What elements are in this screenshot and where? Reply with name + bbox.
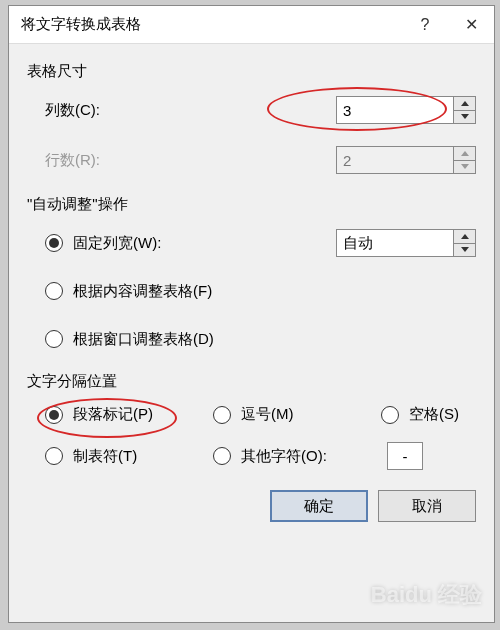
columns-spin-up[interactable] — [454, 97, 475, 111]
close-button[interactable]: ✕ — [448, 6, 494, 43]
watermark: Baidu 经验 — [371, 580, 482, 610]
fixed-width-spin-up[interactable] — [454, 230, 475, 244]
rows-spinner — [336, 146, 476, 174]
dialog-content: 表格尺寸 列数(C): 行数(R): "自动调整"操作 — [9, 44, 494, 480]
comma-label: 逗号(M) — [241, 405, 294, 424]
other-label: 其他字符(O): — [241, 447, 327, 466]
paragraph-radio[interactable] — [45, 406, 63, 424]
section-size-label: 表格尺寸 — [27, 62, 476, 81]
tab-item[interactable]: 制表符(T) — [45, 447, 205, 466]
autofit-content-label: 根据内容调整表格(F) — [73, 282, 212, 301]
fixed-width-spin-down[interactable] — [454, 244, 475, 257]
space-label: 空格(S) — [409, 405, 459, 424]
tab-label: 制表符(T) — [73, 447, 137, 466]
dialog-title: 将文字转换成表格 — [21, 15, 402, 34]
rows-spin-up — [454, 147, 475, 161]
fixed-width-input[interactable] — [336, 229, 454, 257]
rows-row: 行数(R): — [45, 145, 476, 175]
autofit-window-row[interactable]: 根据窗口调整表格(D) — [45, 324, 476, 354]
rows-input — [336, 146, 454, 174]
paragraph-label: 段落标记(P) — [73, 405, 153, 424]
columns-label: 列数(C): — [45, 101, 336, 120]
autofit-window-radio[interactable] — [45, 330, 63, 348]
fixed-width-radio[interactable] — [45, 234, 63, 252]
fixed-width-label: 固定列宽(W): — [73, 234, 161, 253]
autofit-content-radio[interactable] — [45, 282, 63, 300]
comma-radio[interactable] — [213, 406, 231, 424]
fixed-width-spin-buttons — [454, 229, 476, 257]
titlebar: 将文字转换成表格 ? ✕ — [9, 6, 494, 44]
autofit-content-row[interactable]: 根据内容调整表格(F) — [45, 276, 476, 306]
other-item[interactable]: 其他字符(O): — [213, 447, 373, 466]
ok-button[interactable]: 确定 — [270, 490, 368, 522]
tab-radio[interactable] — [45, 447, 63, 465]
space-item[interactable]: 空格(S) — [381, 405, 459, 424]
columns-row: 列数(C): — [45, 95, 476, 125]
dialog: 将文字转换成表格 ? ✕ 表格尺寸 列数(C): 行数(R): — [8, 5, 495, 623]
section-separator-label: 文字分隔位置 — [27, 372, 476, 391]
comma-item[interactable]: 逗号(M) — [213, 405, 373, 424]
rows-label: 行数(R): — [45, 151, 336, 170]
rows-spin-buttons — [454, 146, 476, 174]
space-radio[interactable] — [381, 406, 399, 424]
paragraph-item[interactable]: 段落标记(P) — [45, 405, 205, 424]
dialog-buttons: 确定 取消 — [9, 480, 494, 536]
fixed-width-spinner — [336, 229, 476, 257]
section-autofit-label: "自动调整"操作 — [27, 195, 476, 214]
autofit-window-label: 根据窗口调整表格(D) — [73, 330, 214, 349]
columns-spin-buttons — [454, 96, 476, 124]
columns-spin-down[interactable] — [454, 111, 475, 124]
rows-spin-down — [454, 161, 475, 174]
columns-spinner — [336, 96, 476, 124]
fixed-width-row[interactable]: 固定列宽(W): — [45, 228, 476, 258]
separator-grid: 段落标记(P) 逗号(M) 空格(S) 制表符(T) — [45, 405, 476, 470]
separator-row-2: 制表符(T) 其他字符(O): — [45, 442, 476, 470]
separator-row-1: 段落标记(P) 逗号(M) 空格(S) — [45, 405, 476, 424]
other-radio[interactable] — [213, 447, 231, 465]
other-char-input[interactable] — [387, 442, 423, 470]
columns-input[interactable] — [336, 96, 454, 124]
cancel-button[interactable]: 取消 — [378, 490, 476, 522]
help-button[interactable]: ? — [402, 6, 448, 43]
